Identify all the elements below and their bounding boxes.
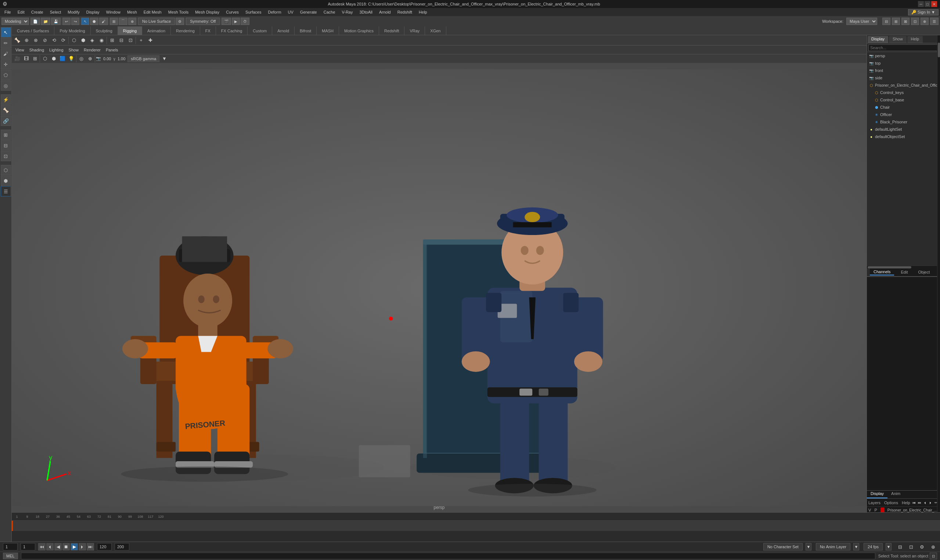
pb-step-fwd[interactable]: ⏵	[78, 543, 86, 551]
rig-tool-11[interactable]: ⊞	[108, 36, 116, 45]
menu-help[interactable]: Help	[416, 9, 430, 15]
layer-toolbar-btn2[interactable]: ⏭	[917, 500, 922, 506]
character-set-dropdown[interactable]: ▼	[806, 543, 811, 551]
tree-chair[interactable]: ⬢ Chair	[867, 103, 940, 111]
fps-display[interactable]: 24 fps	[864, 543, 883, 551]
pb-go-end[interactable]: ⏭	[87, 543, 94, 551]
vp-menu-panels[interactable]: Panels	[104, 47, 120, 53]
layer-toolbar-btn4[interactable]: ⏵	[928, 500, 933, 506]
status-icon-2[interactable]: ⊡	[907, 543, 915, 551]
menu-surfaces[interactable]: Surfaces	[242, 9, 264, 15]
vt-film[interactable]: 🎞	[22, 55, 30, 63]
rig-tool-12[interactable]: ⊟	[117, 36, 125, 45]
rig-tool-9[interactable]: ◈	[88, 36, 96, 45]
frame-end2[interactable]: 200	[115, 543, 129, 551]
close-btn[interactable]: ✕	[931, 1, 937, 7]
toolbar-paint[interactable]: 🖌	[99, 18, 108, 25]
fps-dropdown[interactable]: ▼	[886, 543, 892, 551]
tool-snap[interactable]: ◎	[1, 80, 11, 91]
toolbar-corner2[interactable]: ⊞	[892, 18, 900, 25]
tab-redshift[interactable]: Redshift	[379, 26, 405, 35]
menu-uv[interactable]: UV	[285, 9, 297, 15]
toolbar-lasso[interactable]: ⬟	[90, 18, 98, 25]
menu-vray[interactable]: V-Ray	[339, 9, 356, 15]
vt-gamma-dropdown[interactable]: ▼	[160, 55, 168, 63]
layer-visibility[interactable]: V	[868, 508, 873, 512]
tool-e[interactable]: ⬢	[1, 175, 11, 186]
tree-top[interactable]: 📷 top	[867, 60, 940, 67]
tool-lasso[interactable]: ⬠	[1, 70, 11, 80]
menu-window[interactable]: Window	[103, 9, 123, 15]
tab-sculpting[interactable]: Sculpting	[91, 26, 118, 35]
rig-tool-10[interactable]: ◉	[97, 36, 105, 45]
menu-generate[interactable]: Generate	[297, 9, 320, 15]
menu-curves[interactable]: Curves	[223, 9, 242, 15]
toolbar-corner3[interactable]: ⊠	[902, 18, 909, 25]
toolbar-undo[interactable]: ↩	[62, 18, 71, 25]
tab-arnold[interactable]: Arnold	[272, 26, 295, 35]
rig-tool-5[interactable]: ⟲	[50, 36, 58, 45]
tree-control-keys[interactable]: ⬡ Control_keys	[867, 89, 940, 96]
layer-tab-anim[interactable]: Anim	[888, 491, 904, 498]
signin-btn[interactable]: 🔑 Sign In ▼	[908, 9, 938, 15]
menu-redshift[interactable]: Redshift	[394, 9, 415, 15]
tree-default-light-set[interactable]: ● defaultLightSet	[867, 126, 940, 133]
outliner-tab-display[interactable]: Display	[868, 36, 888, 43]
tab-mash[interactable]: MASH	[317, 26, 339, 35]
outliner-tab-show[interactable]: Show	[889, 36, 906, 43]
tab-custom[interactable]: Custom	[248, 26, 272, 35]
tab-curves-surfaces[interactable]: Curves / Surfaces	[12, 26, 54, 35]
tree-default-object-set[interactable]: ● defaultObjectSet	[867, 133, 940, 140]
tab-xgen[interactable]: XGen	[425, 26, 446, 35]
vt-wireframe[interactable]: ⬡	[41, 55, 49, 63]
layer-sub-tab-layers[interactable]: Layers	[868, 500, 880, 505]
frame-start[interactable]: 1	[21, 543, 35, 551]
layer-sub-tab-options[interactable]: Options	[884, 500, 898, 505]
tool-move[interactable]: ✛	[1, 59, 11, 69]
tool-d[interactable]: ⬡	[1, 165, 11, 175]
vp-menu-renderer[interactable]: Renderer	[82, 47, 103, 53]
toolbar-open[interactable]: 📁	[41, 18, 50, 25]
vt-xray[interactable]: ⊕	[86, 55, 94, 63]
menu-edit-mesh[interactable]: Edit Mesh	[141, 9, 165, 15]
menu-mesh[interactable]: Mesh	[124, 9, 140, 15]
tree-control-base[interactable]: ⬡ Control_base	[867, 96, 940, 103]
rig-tool-2[interactable]: ⊕	[22, 36, 31, 45]
vp-menu-shading[interactable]: Shading	[27, 47, 46, 53]
rig-tool-3[interactable]: ⊗	[32, 36, 40, 45]
vp-menu-view[interactable]: View	[13, 47, 26, 53]
tree-main-group[interactable]: ⬡ Prisoner_on_Electric_Chair_and_Officer…	[867, 82, 940, 89]
status-icon-corner[interactable]: ⊡	[930, 553, 937, 559]
rig-tool-6[interactable]: ⟳	[59, 36, 67, 45]
layer-tab-display[interactable]: Display	[867, 491, 888, 498]
pb-step-back[interactable]: ⏴	[46, 543, 54, 551]
outliner-tab-help[interactable]: Help	[907, 36, 923, 43]
tab-vray[interactable]: VRay	[405, 26, 425, 35]
tool-select[interactable]: ↖	[1, 27, 11, 37]
vt-texture[interactable]: 🟦	[58, 55, 66, 63]
pb-go-start[interactable]: ⏮	[38, 543, 46, 551]
tool-sculpt[interactable]: 🖌	[1, 48, 11, 59]
tab-poly-modeling[interactable]: Poly Modeling	[54, 26, 90, 35]
layer-sub-tab-help[interactable]: Help	[902, 500, 910, 505]
toolbar-scene-timewarp[interactable]: ⏱	[241, 18, 249, 25]
cb-tab-edit[interactable]: Edit	[897, 269, 911, 275]
outliner-search-input[interactable]	[868, 45, 938, 51]
cb-tab-object[interactable]: Object	[914, 269, 933, 275]
layer-playback[interactable]: P	[874, 508, 878, 512]
tab-rendering[interactable]: Rendering	[171, 26, 200, 35]
layer-toolbar-btn3[interactable]: ⏴	[923, 500, 928, 506]
timeline-track[interactable]	[12, 521, 940, 531]
tool-c[interactable]: ⊡	[1, 151, 11, 161]
tab-animation[interactable]: Animation	[142, 26, 171, 35]
menu-deform[interactable]: Deform	[265, 9, 284, 15]
viewport[interactable]: PRISONER	[12, 63, 866, 512]
menu-display[interactable]: Display	[83, 9, 103, 15]
toolbar-save[interactable]: 💾	[51, 18, 61, 25]
rig-tool-15[interactable]: ✚	[146, 36, 154, 45]
tool-skin-paint[interactable]: ⚡	[1, 94, 11, 105]
no-live-surface-btn[interactable]: No Live Surface	[138, 18, 175, 25]
menu-modify[interactable]: Modify	[65, 9, 82, 15]
vp-menu-lighting[interactable]: Lighting	[47, 47, 66, 53]
tree-side[interactable]: 📷 side	[867, 74, 940, 82]
